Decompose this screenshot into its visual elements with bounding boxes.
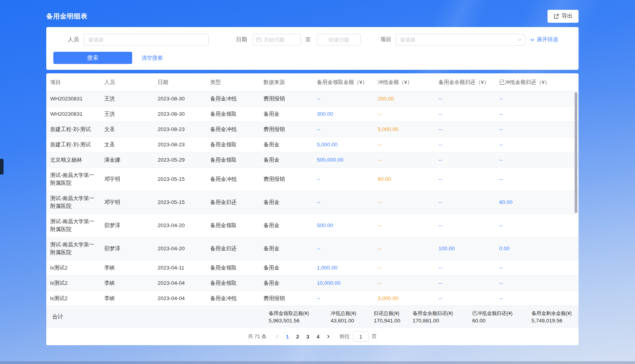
- cell-withdraw: 10,000.00: [313, 276, 374, 291]
- person-select-input[interactable]: [84, 34, 209, 46]
- cell-withdraw: 5,000.00: [313, 137, 374, 153]
- cell-withdraw: 500,000.00: [313, 153, 374, 168]
- start-date-input[interactable]: [253, 34, 301, 46]
- next-page-button[interactable]: [323, 331, 333, 342]
- cell-type: 备用金领取: [206, 276, 260, 291]
- cell-date: 2023-08-30: [154, 91, 206, 107]
- cell-offset: 200.00: [374, 91, 435, 107]
- cell-offset_return: 0.00: [495, 237, 579, 260]
- cell-balance_return: --: [435, 91, 495, 107]
- page-suffix-label: 页: [372, 333, 377, 340]
- export-button[interactable]: 导出: [548, 10, 579, 23]
- cell-offset: --: [374, 107, 435, 122]
- cell-source: 备用金: [260, 214, 313, 237]
- cell-source: 费用报销: [260, 91, 313, 107]
- cell-withdraw: --: [313, 237, 374, 260]
- cell-balance_return: 100.00: [435, 237, 495, 260]
- cell-project: 测试-南昌大学第一附属医院: [46, 168, 100, 191]
- cell-project: WH20230831: [46, 107, 100, 122]
- cell-offset_return: --: [495, 153, 579, 168]
- cell-project: WH20230831: [46, 91, 100, 107]
- cell-offset: --: [374, 276, 435, 291]
- cell-offset_return: --: [495, 91, 579, 107]
- bottom-edge-strip: [0, 361, 635, 364]
- cell-offset: 60.00: [374, 168, 435, 191]
- date-filter-label: 日期: [236, 36, 247, 43]
- table-row: 测试-南昌大学第一附属医院邓宇明2023-05-15备用金冲抵费用报销--60.…: [46, 168, 579, 191]
- cell-withdraw: 1,000.00: [313, 260, 374, 276]
- cell-offset_return: 60.00: [495, 191, 579, 214]
- page-button-3[interactable]: 3: [303, 331, 313, 342]
- table-scrollbar[interactable]: [575, 92, 577, 213]
- column-header: 备用金领取金额（¥）: [313, 73, 374, 91]
- start-date-field[interactable]: [262, 37, 292, 43]
- clear-search-link[interactable]: 清空搜索: [142, 55, 163, 62]
- cell-withdraw: 500.00: [313, 214, 374, 237]
- cell-type: 备用金冲抵: [206, 168, 260, 191]
- summary-item-label: 冲抵总额(¥): [331, 310, 374, 317]
- column-header: 人员: [100, 73, 154, 91]
- filter-row: 人员 日期 至 项目: [53, 34, 571, 46]
- cell-person: 邓宇明: [100, 168, 154, 191]
- pagination: 共 71 条 1234 前往 页: [46, 328, 579, 345]
- cell-balance_return: --: [435, 137, 495, 153]
- prev-page-button[interactable]: [272, 331, 282, 342]
- search-button[interactable]: 搜索: [53, 52, 132, 64]
- table-row: 北京顺义杨林满金娜2023-05-29备用金领取备用金500,000.00---…: [46, 153, 579, 168]
- cell-type: 备用金冲抵: [206, 291, 260, 306]
- pager-pages: 1234: [282, 331, 323, 342]
- page-button-4[interactable]: 4: [313, 331, 323, 342]
- cell-person: 文圣: [100, 137, 154, 153]
- drawer-handle[interactable]: [0, 159, 4, 175]
- cell-source: 费用报销: [260, 122, 313, 137]
- summary-item: 备用金余额归还(¥)170,881.00: [413, 310, 472, 324]
- cell-type: 备用金冲抵: [206, 122, 260, 137]
- table-row: lx测试2李峡2023-04-04备用金领取备用金10,000.00------: [46, 276, 579, 291]
- main-content: 备用金明细表 导出 人员 日期 至: [46, 0, 579, 345]
- summary-item-label: 备用金剩余金额(¥): [531, 310, 579, 317]
- cell-source: 费用报销: [260, 291, 313, 306]
- cell-withdraw: --: [313, 168, 374, 191]
- expand-filters-link[interactable]: 展开筛选: [530, 36, 558, 43]
- cell-type: 备用金领取: [206, 107, 260, 122]
- page-button-1[interactable]: 1: [282, 331, 293, 342]
- end-date-input[interactable]: [317, 34, 361, 46]
- cell-date: 2023-08-23: [154, 122, 206, 137]
- summary-item: 备用金领取总额(¥)5,963,501.56: [269, 310, 331, 324]
- cell-offset: --: [374, 237, 435, 260]
- cell-project: lx测试2: [46, 260, 100, 276]
- page-button-2[interactable]: 2: [293, 331, 303, 342]
- cell-source: 备用金: [260, 237, 313, 260]
- cell-offset: --: [374, 137, 435, 153]
- table-row: 测试-南昌大学第一附属医院邵梦泽2023-04-20备用金归还备用金----10…: [46, 237, 579, 260]
- cell-date: 2023-05-29: [154, 153, 206, 168]
- cell-type: 备用金冲抵: [206, 91, 260, 107]
- cell-offset_return: --: [495, 168, 579, 191]
- summary-item: 已冲抵金额归还(¥)60.00: [472, 310, 531, 324]
- summary-item: 归还总额(¥)170,941.00: [374, 310, 413, 324]
- end-date-field[interactable]: [321, 37, 357, 43]
- summary-item-value: 60.00: [472, 317, 531, 324]
- cell-project: 新建工程-刘-测试: [46, 122, 100, 137]
- filter-actions: 搜索 清空搜索: [53, 52, 571, 64]
- cell-withdraw: --: [313, 91, 374, 107]
- summary-row: 合计 备用金领取总额(¥)5,963,501.56冲抵总额(¥)43,601.0…: [46, 306, 579, 328]
- project-select-input[interactable]: [396, 34, 525, 46]
- cell-date: 2023-04-20: [154, 214, 206, 237]
- cell-person: 王洪: [100, 91, 154, 107]
- summary-item-label: 归还总额(¥): [374, 310, 413, 317]
- cell-date: 2023-04-11: [154, 260, 206, 276]
- column-header: 备用金余额归还（¥）: [435, 73, 495, 91]
- cell-project: 测试-南昌大学第一附属医院: [46, 191, 100, 214]
- cell-source: 备用金: [260, 107, 313, 122]
- cell-offset: --: [374, 214, 435, 237]
- cell-type: 备用金领取: [206, 214, 260, 237]
- table-row: 新建工程-刘-测试文圣2023-08-23备用金冲抵费用报销--5,000.00…: [46, 122, 579, 137]
- export-icon: [553, 13, 559, 19]
- petty-cash-table: 项目人员日期类型数据来源备用金领取金额（¥）冲抵金额（¥）备用金余额归还（¥）已…: [46, 73, 579, 306]
- goto-page-input[interactable]: [353, 331, 369, 342]
- column-header: 已冲抵金额归还（¥）: [495, 73, 579, 91]
- cell-type: 备用金归还: [206, 191, 260, 214]
- project-select[interactable]: [396, 34, 525, 46]
- column-header: 日期: [154, 73, 206, 91]
